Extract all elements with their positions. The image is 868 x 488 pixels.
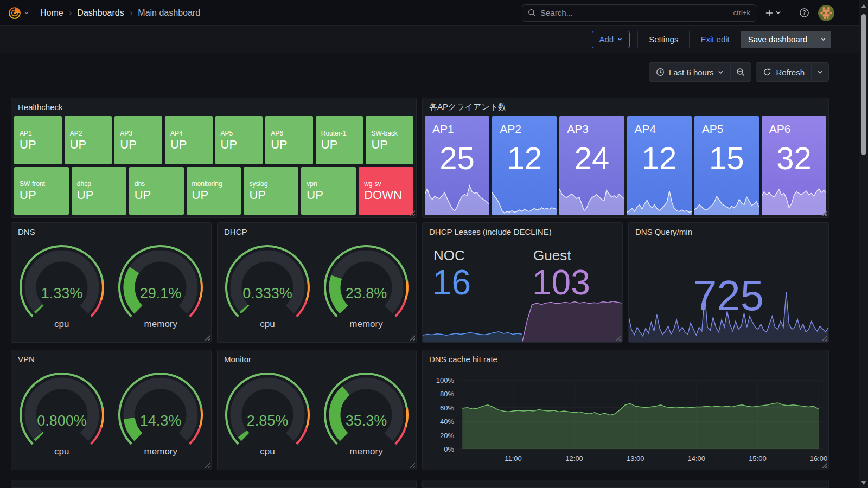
add-button[interactable]: Add: [592, 31, 630, 48]
add-menu-button[interactable]: [763, 7, 783, 20]
refresh-button[interactable]: Refresh: [756, 63, 811, 81]
scroll-down-icon[interactable]: [861, 481, 866, 485]
healthcheck-tile-label: SW-front: [20, 180, 69, 188]
time-range-group: Last 6 hours: [649, 62, 752, 82]
panel-ap-clients: 各APクライアント数 AP125AP212AP324AP412AP515AP63…: [422, 98, 829, 218]
scrollbar-thumb[interactable]: [861, 14, 866, 155]
ap-stat-label: AP5: [702, 123, 724, 136]
panel-partial-right: [422, 480, 829, 488]
ap-stat-label: AP4: [635, 123, 656, 136]
panel-monitor: Monitor 2.85%cpu35.3%memory: [217, 350, 417, 470]
chevron-down-icon: [817, 69, 823, 75]
svg-text:35.3%: 35.3%: [346, 413, 387, 429]
grafana-logo-menu[interactable]: [8, 6, 29, 20]
search-input[interactable]: Search... ctrl+k: [522, 4, 756, 22]
gauge-label: memory: [144, 319, 177, 330]
panel-title[interactable]: DNS cache hit rate: [423, 350, 828, 368]
chevron-down-icon: [617, 36, 623, 42]
healthcheck-tile: SW-backUP: [366, 116, 413, 164]
gauge: 2.85%cpu: [219, 369, 316, 457]
breadcrumb-home[interactable]: Home: [40, 8, 63, 18]
panel-title[interactable]: DNS Query/min: [629, 223, 828, 241]
healthcheck-tile-value: UP: [271, 139, 313, 151]
gauge-arc: 29.1%: [112, 242, 209, 322]
svg-text:0.800%: 0.800%: [37, 413, 87, 429]
dhcp-leases-stats: NOC16Guest103: [423, 241, 622, 342]
healthcheck-tile: Router-1UP: [316, 116, 363, 164]
dns-query-stat: 725: [629, 241, 828, 342]
nav-divider: [790, 7, 790, 20]
healthcheck-tile-value: UP: [20, 139, 62, 151]
panel-title[interactable]: DNS: [11, 223, 211, 241]
ap-stat-tile: AP125: [425, 116, 489, 215]
panel-title[interactable]: DHCP: [218, 223, 416, 241]
breadcrumb-separator: ›: [130, 8, 133, 18]
gauge-arc: 0.800%: [13, 369, 111, 450]
nav-right-cluster: Search... ctrl+k ?: [522, 4, 834, 22]
panel-dns-query: DNS Query/min 725: [628, 222, 829, 343]
avatar-pixel-icon: [818, 5, 834, 21]
scrollbar[interactable]: [859, 0, 868, 488]
plus-icon: [765, 9, 774, 17]
svg-text:1.33%: 1.33%: [41, 285, 82, 301]
ap-stat-tile: AP412: [627, 116, 692, 215]
ap-stat-value: 25: [425, 140, 489, 176]
panel-title[interactable]: VPN: [11, 350, 211, 368]
top-nav: Home › Dashboards › Main dashboard Searc…: [0, 0, 868, 26]
panel-dns: DNS 1.33%cpu29.1%memory: [11, 222, 212, 343]
ap-stat-value: 24: [559, 140, 624, 176]
edit-toolbar: Add Settings Exit edit Save dashboard: [0, 26, 868, 53]
panel-vpn: VPN 0.800%cpu14.3%memory: [11, 350, 212, 470]
svg-text:23.8%: 23.8%: [346, 285, 387, 301]
scroll-up-icon[interactable]: [861, 4, 866, 8]
chevron-down-icon: [775, 10, 781, 16]
gauge-label: cpu: [54, 319, 69, 330]
refresh-interval-dropdown[interactable]: [812, 63, 828, 81]
ap-sparkline: [694, 177, 759, 215]
healthcheck-tile-value: DOWN: [364, 189, 413, 201]
panel-dns-cache: DNS cache hit rate 0%20%40%60%80%100%11:…: [422, 350, 829, 470]
grafana-logo-icon: [8, 6, 22, 20]
panel-healthcheck: Healthcheck AP1UPAP2UPAP3UPAP4UPAP5UPAP6…: [11, 98, 417, 218]
gauge-arc: 14.3%: [112, 369, 209, 450]
toolbar-divider: [689, 31, 690, 48]
time-range-picker[interactable]: Last 6 hours: [649, 63, 731, 81]
svg-text:80%: 80%: [440, 390, 454, 398]
panel-title[interactable]: DHCP Leases (include DECLINE): [423, 223, 622, 241]
zoom-out-icon: [736, 68, 745, 77]
healthcheck-tile-label: AP4: [170, 130, 213, 137]
breadcrumb-dashboards[interactable]: Dashboards: [77, 8, 124, 18]
healthcheck-tiles: AP1UPAP2UPAP3UPAP4UPAP5UPAP6UPRouter-1UP…: [14, 116, 413, 215]
healthcheck-tile-label: dns: [135, 180, 184, 188]
settings-button[interactable]: Settings: [646, 35, 681, 44]
healthcheck-tile-value: UP: [307, 189, 356, 201]
healthcheck-tile: AP6UP: [265, 116, 313, 164]
gauge-label: cpu: [260, 319, 275, 330]
search-icon: [528, 9, 536, 17]
ap-stat-tile: AP212: [492, 116, 557, 215]
ap-sparkline: [762, 177, 826, 215]
toolbar-divider: [637, 31, 638, 48]
lease-label: Guest: [533, 247, 571, 264]
ap-sparkline: [492, 177, 557, 215]
save-dashboard-button[interactable]: Save dashboard: [741, 31, 815, 48]
chevron-down-icon: [24, 10, 29, 16]
save-dashboard-dropdown[interactable]: [815, 31, 831, 48]
exit-edit-button[interactable]: Exit edit: [697, 35, 732, 44]
breadcrumb-current: Main dashboard: [138, 8, 200, 18]
ap-stat-tile: AP515: [694, 116, 759, 215]
help-button[interactable]: ?: [797, 5, 812, 20]
healthcheck-tile-label: monitoring: [192, 180, 241, 188]
panel-title[interactable]: 各APクライアント数: [423, 98, 828, 116]
svg-text:?: ?: [803, 9, 806, 16]
healthcheck-tile-label: AP3: [120, 130, 162, 137]
healthcheck-tile-value: UP: [249, 189, 298, 201]
ap-stat-label: AP2: [500, 123, 521, 136]
zoom-out-button[interactable]: [731, 63, 751, 81]
panel-title[interactable]: Monitor: [218, 350, 416, 368]
panel-title[interactable]: Healthcheck: [11, 98, 416, 116]
avatar[interactable]: [818, 5, 834, 21]
healthcheck-tile-value: UP: [221, 139, 263, 151]
vpn-gauges: 0.800%cpu14.3%memory: [11, 368, 211, 470]
gauge: 1.33%cpu: [13, 242, 111, 330]
